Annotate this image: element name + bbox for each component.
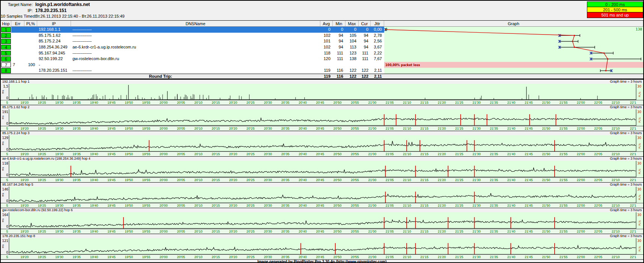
ip-cell[interactable]: 178.20.235.151 <box>37 68 71 74</box>
column-header-ip[interactable]: IP <box>37 21 71 27</box>
min-cell[interactable]: 94 <box>333 33 345 39</box>
jitter-cell[interactable]: 2,11 <box>371 68 384 74</box>
column-header-hop[interactable]: Hop <box>1 21 11 27</box>
dnsname-cell[interactable]: ae-6.krdr-cr1-a.ug.ip.rostelecom.ru <box>71 44 320 50</box>
packet-loss-cell[interactable] <box>24 33 37 39</box>
dnsname-cell[interactable]: -------------- <box>71 50 320 56</box>
dnsname-cell[interactable]: -------------- <box>71 33 320 39</box>
svg-text:ms: ms <box>2 244 5 248</box>
err-cell[interactable] <box>11 44 24 50</box>
max-cell[interactable]: 0 <box>345 27 359 33</box>
column-header-err[interactable]: Err <box>11 21 24 27</box>
hop-number-cell[interactable]: 1 <box>1 27 11 33</box>
max-cell[interactable]: 122 <box>345 68 359 74</box>
cur-cell[interactable]: 111 <box>359 56 371 62</box>
dnsname-cell[interactable]: -------------- <box>71 27 320 33</box>
cur-cell[interactable]: 94 <box>359 38 371 44</box>
hop-number-cell[interactable]: 2 <box>1 33 11 39</box>
hop-number-cell[interactable]: 6 <box>1 56 11 62</box>
time-tick-label: 20'05 <box>177 152 185 156</box>
avg-cell[interactable]: 102 <box>320 44 333 50</box>
avg-cell[interactable]: 102 <box>320 33 333 39</box>
ip-cell[interactable]: 192.168.1.1 <box>37 27 71 33</box>
time-tick-label: 22'10 <box>612 204 620 207</box>
dnsname-cell[interactable]: -------------- <box>71 38 320 44</box>
err-cell[interactable]: 7 <box>11 62 24 68</box>
ip-cell[interactable]: 85.175.2.24 <box>37 38 71 44</box>
err-cell[interactable] <box>11 33 24 39</box>
avg-cell[interactable]: 119 <box>320 68 333 74</box>
ip-cell[interactable]: 95.167.94.245 <box>37 50 71 56</box>
column-header-jttr[interactable]: Jttr <box>371 21 384 27</box>
column-header-avg[interactable]: Avg <box>320 21 333 27</box>
packet-loss-cell[interactable] <box>24 38 37 44</box>
packet-loss-cell[interactable] <box>24 68 37 74</box>
ip-cell[interactable]: 92.50.199.22 <box>37 56 71 62</box>
ip-cell[interactable]: - <box>37 62 71 68</box>
column-header-graph[interactable]: Graph <box>384 21 643 27</box>
min-cell[interactable]: 111 <box>333 50 345 56</box>
ip-cell[interactable]: 188.254.36.249 <box>37 44 71 50</box>
jitter-cell[interactable]: 2,78 <box>371 33 384 39</box>
time-tick-label: 21'45 <box>525 255 533 259</box>
packet-loss-cell[interactable]: 100 <box>24 62 37 68</box>
min-cell[interactable]: 0 <box>333 27 345 33</box>
err-cell[interactable] <box>11 38 24 44</box>
avg-cell[interactable]: 0 <box>320 27 333 33</box>
err-cell[interactable] <box>11 56 24 62</box>
time-tick-label: 21'25 <box>455 204 463 207</box>
min-cell[interactable]: 111 <box>333 56 345 62</box>
jitter-cell[interactable]: 2,22 <box>371 50 384 56</box>
packet-loss-cell[interactable] <box>24 50 37 56</box>
cur-cell[interactable]: 94 <box>359 44 371 50</box>
min-cell[interactable]: 94 <box>333 38 345 44</box>
packet-loss-cell[interactable] <box>24 56 37 62</box>
max-cell[interactable]: 123 <box>345 50 359 56</box>
cur-cell[interactable]: 0 <box>359 27 371 33</box>
max-cell[interactable]: 104 <box>345 38 359 44</box>
cur-cell[interactable]: 122 <box>359 68 371 74</box>
hop-number-cell[interactable]: 7 <box>1 62 11 68</box>
err-cell[interactable] <box>11 27 24 33</box>
max-cell[interactable]: 105 <box>345 33 359 39</box>
jitter-cell[interactable]: 7,67 <box>371 56 384 62</box>
hop-number-cell[interactable]: 8 <box>1 68 11 74</box>
latency-legend: 0 - 200 ms201 - 500 ms501 ms and up <box>587 2 643 18</box>
samples-timed-value: Вт.26.11.2013 22:15:40 - Вт.26.11.2013 2… <box>35 14 125 18</box>
packet-loss-cell[interactable] <box>24 44 37 50</box>
ip-cell[interactable]: 85.175.1.62 <box>37 33 71 39</box>
max-cell[interactable] <box>345 62 359 68</box>
round-trip-max: 122 <box>345 74 359 79</box>
min-cell[interactable]: 116 <box>333 68 345 74</box>
err-cell[interactable] <box>11 68 24 74</box>
column-header-max[interactable]: Max <box>345 21 359 27</box>
avg-cell[interactable]: 118 <box>320 50 333 56</box>
jitter-cell[interactable]: 3,67 <box>371 44 384 50</box>
dnsname-cell[interactable]: gw-rostelecom-bor.dtln.ru <box>71 56 320 62</box>
cur-cell[interactable] <box>359 62 371 68</box>
cur-cell[interactable]: 94 <box>359 33 371 39</box>
jitter-cell[interactable]: 0,00 <box>371 27 384 33</box>
min-cell[interactable] <box>333 62 345 68</box>
max-cell[interactable]: 138 <box>345 56 359 62</box>
hop-number-cell[interactable]: 5 <box>1 50 11 56</box>
column-header-cur[interactable]: Cur <box>359 21 371 27</box>
column-header-dnsname[interactable]: DNSName <box>71 21 320 27</box>
hop-number-cell[interactable]: 4 <box>1 44 11 50</box>
jitter-cell[interactable] <box>371 62 384 68</box>
dnsname-cell[interactable] <box>71 62 320 68</box>
err-cell[interactable] <box>11 50 24 56</box>
cur-cell[interactable]: 111 <box>359 50 371 56</box>
column-header-pl[interactable]: PL% <box>24 21 37 27</box>
avg-cell[interactable]: 101 <box>320 38 333 44</box>
avg-cell[interactable]: 120 <box>320 56 333 62</box>
max-cell[interactable]: 113 <box>345 44 359 50</box>
jitter-cell[interactable]: 2,56 <box>371 38 384 44</box>
avg-cell[interactable] <box>320 62 333 68</box>
dnsname-cell[interactable]: -------------- <box>71 68 320 74</box>
packet-loss-cell[interactable] <box>24 27 37 33</box>
column-header-min[interactable]: Min <box>333 21 345 27</box>
hop-number-cell[interactable]: 3 <box>1 38 11 44</box>
time-tick-label: 5 <box>6 101 8 104</box>
min-cell[interactable]: 94 <box>333 44 345 50</box>
